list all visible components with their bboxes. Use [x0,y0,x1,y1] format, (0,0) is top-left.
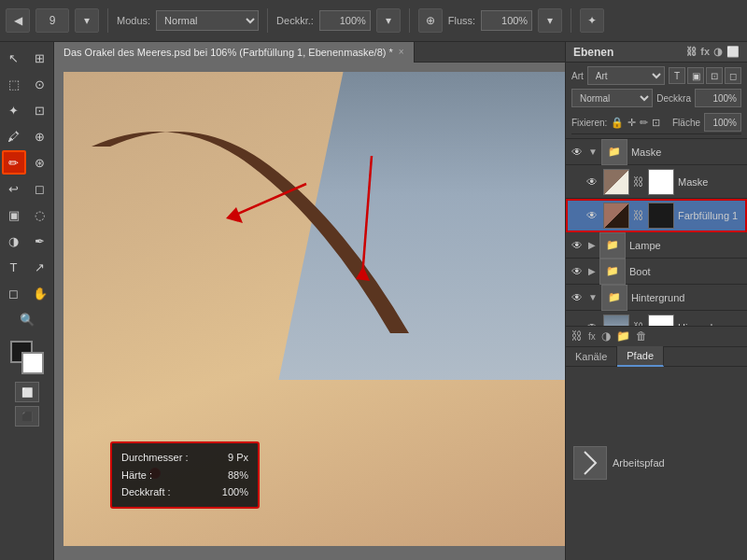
canvas-tab[interactable]: Das Orakel des Meeres.psd bei 106% (Farb… [54,42,415,63]
tab-title: Das Orakel des Meeres.psd bei 106% (Farb… [63,47,393,58]
group-arrow-boot[interactable]: ▶ [588,266,596,276]
layer-name-maske: Maske [678,176,743,188]
move-tool[interactable]: ↖ [2,46,26,70]
tab-close-button[interactable]: × [399,47,404,57]
layers-icon-3[interactable]: ⊡ [706,67,723,84]
art-dropdown[interactable]: Art [587,66,665,85]
text-tool[interactable]: T [2,255,26,279]
fix-brush-icon[interactable]: ✏ [640,117,648,129]
layer-name-farbfuellung: Farbfüllung 1 [678,210,743,221]
path-select-tool[interactable]: ↗ [28,255,52,279]
brush-size-input[interactable]: 9 [35,8,69,33]
layer-group-hintergrund[interactable]: 👁 ▼ 📁 Hintergrund [566,285,747,311]
history-brush-tool[interactable]: ↩ [2,176,26,201]
flow-arrow[interactable]: ▾ [538,8,562,33]
layer-item-himmel[interactable]: 👁 ⛓ Himmel [566,311,747,326]
quick-mask-button[interactable]: ⬜ [15,382,39,402]
flow-input[interactable] [481,10,532,31]
folder-icon-bottom[interactable]: 📁 [616,329,630,343]
vis-hintergrund[interactable]: 👁 [570,290,585,305]
lasso-tool[interactable]: ⊙ [28,72,52,96]
gradient-tool[interactable]: ▣ [2,203,26,227]
left-toolbox: ↖ ⊞ ⬚ ⊙ ✦ ⊡ 🖍 ⊕ ✏ ⊛ ↩ ◻ ▣ ◌ ◑ ✒ [0,42,54,560]
fix-label: Fixieren: [571,118,607,128]
artboard-tool[interactable]: ⊞ [28,46,52,70]
layers-list: 👁 ▼ 📁 Maske 👁 ⛓ Maske 👁 ⛓ Farbfüllung 1 [566,139,747,326]
layers-adjust-icon[interactable]: ◑ [713,46,723,58]
layers-icon-4[interactable]: ◻ [725,67,741,84]
delete-icon-bottom[interactable]: 🗑 [636,329,647,343]
blend-mode-dropdown[interactable]: Normal [156,10,259,31]
tab-pfade[interactable]: Pfade [617,346,664,367]
chain-farbfuellung[interactable]: ⛓ [633,209,644,222]
diameter-value: 9 Px [228,449,248,467]
mask-maske [648,169,674,195]
layers-icon-2[interactable]: ▣ [687,67,704,84]
vis-maske-group[interactable]: 👁 [570,145,585,160]
layers-link-icon[interactable]: ⛓ [686,46,697,58]
tool-row-1: ↖ ⊞ [2,46,52,70]
svg-line-2 [362,156,372,277]
layer-group-maske[interactable]: 👁 ▼ 📁 Maske [566,139,747,165]
layers-icon-1[interactable]: T [669,67,685,84]
eraser-tool[interactable]: ◻ [28,176,52,201]
blur-tool[interactable]: ◌ [28,203,52,227]
thumb-farbfuellung [603,203,629,229]
brush-tool[interactable]: ✏ [2,150,26,175]
group-arrow-hintergrund[interactable]: ▼ [588,292,598,302]
canvas-wrapper[interactable]: Durchmesser : 9 Px Härte : 88% Deckkraft… [54,63,565,560]
eyedropper-tool[interactable]: 🖍 [2,124,26,148]
vis-boot[interactable]: 👁 [570,264,585,279]
layers-fx-icon[interactable]: fx [700,46,710,58]
quick-select-tool[interactable]: ✦ [2,98,26,122]
spot-heal-tool[interactable]: ⊕ [28,124,52,148]
layer-blend-dropdown[interactable]: Normal [571,89,653,107]
zoom-tool[interactable]: 🔍 [15,307,39,331]
layer-item-maske[interactable]: 👁 ⛓ Maske [566,165,747,199]
fx-icon-bottom[interactable]: fx [588,331,596,342]
opacity-input[interactable] [319,10,371,31]
svg-line-0 [232,184,306,217]
fix-row: Fixieren: 🔒 ✛ ✏ ⊡ Fläche [571,111,741,134]
opacity-label-tooltip: Deckkraft : [121,483,171,501]
diameter-label: Durchmesser : [121,449,189,467]
fix-move-icon[interactable]: ✛ [627,117,636,129]
opacity-arrow[interactable]: ▾ [376,8,401,33]
bottom-tabs: Kanäle Pfade [566,346,747,367]
vis-farbfuellung[interactable]: 👁 [585,208,599,223]
shape-tool[interactable]: ◻ [2,281,26,305]
airbrush-button[interactable]: ⊕ [418,8,443,33]
crop-tool[interactable]: ⊡ [28,98,52,122]
layers-controls: Art Art T ▣ ⊡ ◻ Normal Deckkra Fi [566,63,747,139]
fix-all-icon[interactable]: ⊡ [652,117,660,129]
mask-himmel [648,315,674,326]
layer-group-boot[interactable]: 👁 ▶ 📁 Boot [566,259,747,285]
vis-maske[interactable]: 👁 [585,175,599,189]
background-color[interactable] [21,352,44,374]
fix-lock-icon[interactable]: 🔒 [611,117,624,129]
clone-stamp-tool[interactable]: ⊛ [28,150,52,175]
hand-tool[interactable]: ✋ [28,281,52,305]
layer-group-lampe[interactable]: 👁 ▶ 📁 Lampe [566,232,747,259]
dodge-tool[interactable]: ◑ [2,229,26,253]
mask-icon-bottom[interactable]: ◑ [601,329,611,343]
layer-item-farbfuellung[interactable]: 👁 ⛓ Farbfüllung 1 [566,199,747,232]
vis-lampe[interactable]: 👁 [570,238,585,253]
history-back-button[interactable]: ◀ [6,8,30,33]
bottom-icons-row: ⛓ fx ◑ 📁 🗑 [566,326,747,346]
chain-maske[interactable]: ⛓ [633,175,644,189]
tab-kanaele[interactable]: Kanäle [566,346,617,367]
pressure-button[interactable]: ✦ [580,8,604,33]
brush-picker-button[interactable]: ▾ [75,8,99,33]
group-arrow-lampe[interactable]: ▶ [588,240,596,250]
layer-fill-input[interactable] [704,113,741,132]
layer-opacity-input[interactable] [695,89,741,107]
marquee-tool[interactable]: ⬚ [2,72,26,96]
screen-mode-button[interactable]: ⬛ [15,404,39,427]
layers-mask-icon[interactable]: ⬜ [726,46,740,58]
group-arrow-maske[interactable]: ▼ [588,147,598,157]
mask-farbfuellung [648,203,674,229]
layer-name-boot: Boot [629,266,743,277]
pen-tool[interactable]: ✒ [28,229,52,253]
link-icon-bottom[interactable]: ⛓ [571,329,583,343]
